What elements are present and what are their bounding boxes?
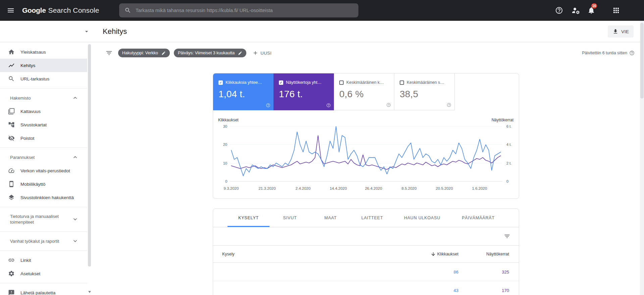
dropdown-arrow-icon bbox=[83, 28, 90, 35]
search-icon bbox=[125, 7, 131, 14]
column-header-query[interactable]: Kysely bbox=[213, 252, 418, 256]
filter-icon[interactable] bbox=[105, 49, 113, 57]
checkbox-checked-icon[interactable]: ✓ bbox=[279, 80, 283, 85]
sidebar-item-url-inspection[interactable]: URL-tarkastus bbox=[0, 72, 87, 85]
checkbox-unchecked-icon[interactable] bbox=[339, 80, 344, 85]
clicks-cell: 43 bbox=[418, 288, 458, 293]
manage-accounts-button[interactable] bbox=[572, 6, 580, 14]
sidebar-item-performance[interactable]: Kehitys bbox=[0, 59, 87, 72]
checkbox-checked-icon[interactable]: ✓ bbox=[218, 80, 223, 85]
help-icon[interactable] bbox=[266, 103, 270, 108]
sidebar-item-core-web-vitals[interactable]: Verkon vitals-perustiedot bbox=[0, 164, 87, 177]
sitemaps-icon bbox=[8, 121, 15, 128]
logo-google: Google bbox=[22, 6, 46, 14]
filter-bar: Hakutyyppi: Verkko Päiväys: Viimeiset 3 … bbox=[95, 42, 644, 64]
impressions-cell: 325 bbox=[458, 270, 519, 275]
metric-card-average-ctr[interactable]: Keskimääräinen k… 0,6 % bbox=[334, 73, 394, 110]
x-axis-tick: 14.4.2020 bbox=[330, 186, 347, 190]
sidebar-item-mobile-usability[interactable]: Mobiilikäyttö bbox=[0, 177, 87, 191]
table-filter-icon[interactable] bbox=[504, 233, 510, 240]
help-icon[interactable] bbox=[386, 103, 391, 107]
filter-chip-search-type[interactable]: Hakutyyppi: Verkko bbox=[118, 49, 170, 57]
app-logo[interactable]: Google Search Console bbox=[22, 0, 99, 21]
global-search-box[interactable] bbox=[119, 3, 358, 17]
tab-dates[interactable]: PÄIVÄMÄÄRÄT bbox=[451, 209, 506, 227]
sidebar-item-label: Asetukset bbox=[20, 271, 40, 276]
metric-value: 0,6 % bbox=[339, 89, 389, 100]
sidebar-item-label: Poistot bbox=[20, 136, 34, 141]
sidebar-scroll-down-arrow[interactable] bbox=[88, 291, 91, 293]
tab-search-appearance[interactable]: HAUN ULKOASU bbox=[394, 209, 451, 227]
property-selector[interactable] bbox=[0, 21, 95, 42]
sidebar-item-coverage[interactable]: Kattavuus bbox=[0, 105, 87, 118]
sidebar-divider bbox=[0, 148, 87, 148]
sidebar-scrollbar[interactable] bbox=[88, 44, 91, 267]
performance-chart[interactable] bbox=[230, 124, 502, 183]
help-icon[interactable] bbox=[629, 50, 635, 56]
sidebar-divider bbox=[0, 88, 87, 88]
topbar: Google Search Console 16 bbox=[0, 0, 644, 21]
sidebar-item-label: Mobiilikäyttö bbox=[20, 182, 45, 187]
sidebar-divider bbox=[0, 231, 87, 232]
apps-button[interactable] bbox=[612, 6, 620, 14]
sidebar-item-removals[interactable]: Poistot bbox=[0, 131, 87, 145]
sidebar-item-sitemaps[interactable]: Sivustokartat bbox=[0, 118, 87, 131]
sidebar-section-security[interactable]: Tietoturva ja manuaaliset toimenpiteet bbox=[0, 210, 87, 229]
menu-button[interactable] bbox=[7, 6, 15, 14]
left-axis-title: Klikkaukset bbox=[218, 118, 239, 122]
tab-devices[interactable]: LAITTEET bbox=[351, 209, 394, 227]
page-scrollbar[interactable] bbox=[640, 21, 644, 295]
column-header-impressions[interactable]: Näyttökerrat bbox=[458, 252, 519, 256]
sidebar-divider bbox=[0, 207, 87, 207]
y-axis-tick: 0 bbox=[213, 179, 227, 183]
sidebar-item-overview[interactable]: Yleiskatsaus bbox=[0, 45, 87, 59]
sidebar-section-legacy[interactable]: Vanhat työkalut ja raportit bbox=[0, 234, 87, 248]
sidebar-item-label: Sivustokartat bbox=[20, 122, 47, 127]
sidebar-item-label: Linkit bbox=[20, 258, 31, 263]
tab-queries[interactable]: KYSELYT bbox=[228, 209, 269, 227]
export-button[interactable]: VIE bbox=[608, 25, 634, 38]
queries-table-card: KYSELYT SIVUT MAAT LAITTEET HAUN ULKOASU… bbox=[213, 209, 519, 295]
page-title: Kehitys bbox=[103, 27, 127, 36]
help-button[interactable] bbox=[555, 6, 563, 14]
sort-arrow-icon bbox=[431, 251, 436, 257]
sidebar-divider bbox=[0, 250, 87, 251]
help-icon[interactable] bbox=[447, 103, 451, 107]
help-icon bbox=[555, 6, 563, 14]
edit-icon bbox=[161, 51, 166, 55]
sidebar-item-sitelinks-searchbox[interactable]: Sivustolinkkien hakukenttä bbox=[0, 191, 87, 204]
filter-chip-date-range[interactable]: Päiväys: Viimeiset 3 kuukautta bbox=[174, 49, 246, 57]
page-scrollbar-thumb[interactable] bbox=[640, 23, 644, 99]
filter-chips: Hakutyyppi: Verkko Päiväys: Viimeiset 3 … bbox=[118, 49, 246, 57]
sidebar-item-settings[interactable]: Asetukset bbox=[0, 267, 87, 280]
sidebar-section-enhancements[interactable]: Parannukset bbox=[0, 151, 87, 164]
metric-value: 38,5 bbox=[400, 89, 450, 100]
sidebar-item-links[interactable]: Linkit bbox=[0, 253, 87, 267]
sidebar-item-feedback[interactable]: Lähetä palautetta bbox=[0, 286, 87, 295]
table-header-row: Kysely Klikkaukset Näyttökerrat bbox=[213, 246, 519, 263]
coverage-icon bbox=[8, 108, 15, 115]
column-header-clicks[interactable]: Klikkaukset bbox=[418, 251, 458, 257]
chevron-down-icon bbox=[72, 238, 79, 244]
edit-icon bbox=[238, 51, 242, 55]
table-row[interactable]: 43 170 bbox=[213, 281, 519, 295]
tab-countries[interactable]: MAAT bbox=[310, 209, 351, 227]
mobile-icon bbox=[8, 181, 15, 187]
checkbox-unchecked-icon[interactable] bbox=[400, 80, 404, 85]
metric-card-total-clicks[interactable]: ✓ Klikkauksia yhtee… 1,04 t. bbox=[213, 73, 274, 110]
logo-product: Search Console bbox=[48, 6, 99, 14]
metric-card-average-position[interactable]: Keskimääräinen s… 38,5 bbox=[394, 73, 455, 110]
help-icon[interactable] bbox=[326, 103, 331, 108]
search-input[interactable] bbox=[136, 8, 353, 13]
metric-value: 176 t. bbox=[279, 89, 329, 100]
x-axis-tick: 8.5.2020 bbox=[402, 186, 417, 190]
notifications-badge: 16 bbox=[591, 3, 597, 8]
table-row[interactable]: 86 325 bbox=[213, 263, 519, 281]
chevron-up-icon bbox=[72, 154, 79, 161]
sidebar-item-label: Kattavuus bbox=[20, 109, 41, 114]
sidebar-section-index[interactable]: Hakemisto bbox=[0, 91, 87, 105]
tab-pages[interactable]: SIVUT bbox=[269, 209, 310, 227]
new-filter-button[interactable]: UUSI bbox=[252, 50, 271, 56]
metric-card-total-impressions[interactable]: ✓ Näyttökertoja yht… 176 t. bbox=[274, 73, 334, 110]
metric-tiles: ✓ Klikkauksia yhtee… 1,04 t. ✓ Näyttöker… bbox=[213, 73, 519, 110]
